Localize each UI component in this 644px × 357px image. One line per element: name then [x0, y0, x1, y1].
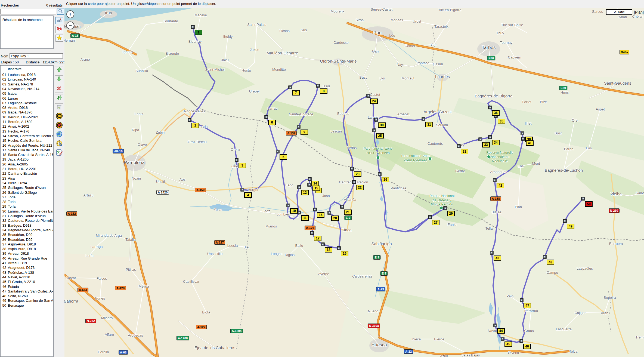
waypoint-label[interactable]: 17 [314, 236, 321, 241]
itinerary-row[interactable]: 09Isaba, NA-1370 [1, 110, 53, 115]
waypoint-label[interactable]: 32 [461, 149, 468, 154]
waypoint-label[interactable]: 23 [354, 171, 361, 177]
waypoint-handle[interactable] [520, 339, 523, 343]
itinerary-row[interactable]: 41Arreau, D19 [1, 261, 53, 266]
itinerary-row[interactable]: 07Laguinge-Restoue [1, 101, 53, 106]
waypoint-label[interactable]: 1 [195, 30, 202, 35]
itinerary-row[interactable]: 11Berdún, A-1602 [1, 120, 53, 124]
validate-edit-button[interactable] [55, 149, 63, 157]
search-button[interactable] [57, 8, 64, 15]
itinerary-row[interactable]: 45El Grado, A-2210 [1, 280, 53, 284]
waypoint-handle[interactable] [374, 118, 378, 122]
waypoint-label[interactable]: 4 [244, 192, 252, 198]
zoom-out-button[interactable]: − [66, 21, 74, 29]
waypoint-label[interactable]: 44 [497, 328, 505, 334]
waypoint-label[interactable]: 47 [524, 303, 531, 308]
itinerary-row[interactable]: 44Naval, A-2210 [1, 275, 53, 280]
waypoint-label[interactable]: 19 [341, 251, 348, 256]
waypoint-label[interactable]: 25 [376, 133, 384, 139]
itinerary-row[interactable]: 29Torla [1, 204, 53, 209]
itinerary-row[interactable]: 02Lintzoain, NA-140 [1, 77, 53, 82]
waypoint-label[interactable]: 3 [239, 163, 246, 168]
itinerary-row[interactable]: 49Benasque, Camino de San Antón [1, 298, 53, 303]
itinerary-row[interactable]: 26Sallent de Gállego [1, 190, 53, 195]
waypoint-label[interactable]: 7 [292, 90, 300, 96]
waypoint-label[interactable]: 41 [526, 140, 534, 146]
itinerary-row[interactable]: 17Santa Cilia de Jaca, N-240 [1, 148, 53, 153]
waypoint-handle[interactable] [316, 84, 320, 88]
waypoint-label[interactable]: 20 [331, 216, 339, 221]
waypoint-label[interactable]: 24 [370, 99, 378, 104]
zoom-in-button[interactable]: + [66, 10, 74, 18]
waypoint-label[interactable]: 14 [311, 181, 319, 186]
itinerary-row[interactable]: 36Beaudéan, D29 [1, 238, 53, 242]
waypoint-handle[interactable] [581, 197, 585, 201]
waypoint-handle[interactable] [493, 178, 497, 182]
waypoint-handle[interactable] [350, 167, 354, 171]
itinerary-row[interactable]: 46Estada [1, 285, 53, 289]
waypoint-label[interactable]: 21 [344, 210, 352, 215]
clear-route-button[interactable]: ♻ [55, 103, 63, 111]
waypoint-handle[interactable] [490, 251, 494, 255]
waypoint-handle[interactable] [428, 216, 432, 219]
itinerary-row[interactable]: 12Ansó, A-1602 [1, 124, 53, 129]
waypoint-label[interactable]: 5 [280, 154, 287, 160]
itinerary-row[interactable]: 03Sarriés, NA-178 [1, 82, 53, 87]
waypoint-handle[interactable] [313, 208, 317, 211]
waypoint-label[interactable]: 50 [585, 201, 593, 207]
waypoint-label[interactable]: 16 [317, 212, 324, 218]
waypoint-label[interactable]: 22 [356, 185, 364, 190]
itinerary-row[interactable]: 34Bagnères-de-Bigorre, Avenue du To [1, 228, 53, 233]
search-input[interactable] [0, 9, 56, 14]
waypoint-label[interactable]: 49 [567, 224, 574, 229]
waypoint-handle[interactable] [276, 150, 280, 153]
waypoint-label[interactable]: 42 [497, 183, 504, 188]
waypoint-handle[interactable] [479, 138, 482, 141]
delete-point-button[interactable] [55, 85, 63, 93]
waypoint-handle[interactable] [297, 125, 301, 129]
itinerary-row[interactable]: 04Navascués, NA-214 [1, 87, 53, 91]
waypoint-handle[interactable] [543, 255, 547, 259]
waypoint-handle[interactable] [298, 186, 301, 189]
waypoint-handle[interactable] [289, 86, 292, 89]
waypoint-handle[interactable] [521, 132, 524, 135]
waypoint-handle[interactable] [235, 158, 239, 162]
waypoint-handle[interactable] [488, 106, 492, 109]
itinerary-row[interactable]: 35Beaudéan, D29 [1, 233, 53, 237]
itinerary-row[interactable]: 50Benasque [1, 303, 53, 308]
waypoint-label[interactable]: 29 [447, 211, 455, 216]
itinerary-row[interactable]: 10Berdún, HU-V-2021 [1, 115, 53, 120]
waypoint-label[interactable]: 36 [492, 110, 500, 116]
waypoint-label[interactable]: 34 [492, 140, 500, 145]
waypoint-label[interactable]: 45 [504, 341, 512, 347]
waypoint-handle[interactable] [367, 94, 370, 98]
waypoint-label[interactable]: 15 [312, 186, 320, 191]
waypoint-handle[interactable] [265, 115, 268, 119]
waypoint-handle[interactable] [328, 211, 331, 215]
itinerary-row[interactable]: 43Puértolas, A-138 [1, 270, 53, 275]
waypoint-label[interactable]: 35 [498, 119, 505, 124]
waypoint-handle[interactable] [188, 118, 191, 122]
itinerary-list[interactable]: Itinéraire 01Louhossoa, D91802Lintzoain,… [0, 65, 54, 357]
waypoint-label[interactable]: 27 [432, 220, 439, 225]
itinerary-row[interactable]: 33Barèges, D918 [1, 223, 53, 228]
itinerary-row[interactable]: 15Hecho, Calle Sombra [1, 139, 53, 143]
itinerary-row[interactable]: 08Arette, D918 [1, 106, 53, 110]
itinerary-row[interactable]: 21Borau, HU-V-2201 [1, 167, 53, 171]
waypoint-label[interactable]: 11 [301, 215, 309, 221]
itinerary-row[interactable]: 05Isaba [1, 91, 53, 96]
itinerary-row[interactable]: 40Arreau, Rue Grande Rue [1, 256, 53, 261]
waypoint-handle[interactable] [191, 25, 195, 29]
itinerary-row[interactable]: 16Aragüés del Puerto, HU-212 [1, 143, 53, 148]
waypoint-handle[interactable] [444, 207, 447, 210]
waypoint-handle[interactable] [378, 173, 382, 176]
itinerary-row[interactable]: 25Gaillagos, Route d'Azun [1, 186, 53, 190]
waypoint-handle[interactable] [501, 337, 504, 341]
itinerary-row[interactable]: 48Seira, N-260 [1, 294, 53, 298]
waypoint-label[interactable]: 43 [494, 256, 501, 261]
itinerary-row[interactable]: 20Aisa, A-2605 [1, 162, 53, 167]
waypoint-handle[interactable] [520, 298, 524, 302]
itinerary-row[interactable]: 19Jaca, A-1205 [1, 157, 53, 162]
target-search-button[interactable] [55, 26, 63, 33]
itinerary-row[interactable]: 06Larrau [1, 96, 53, 101]
